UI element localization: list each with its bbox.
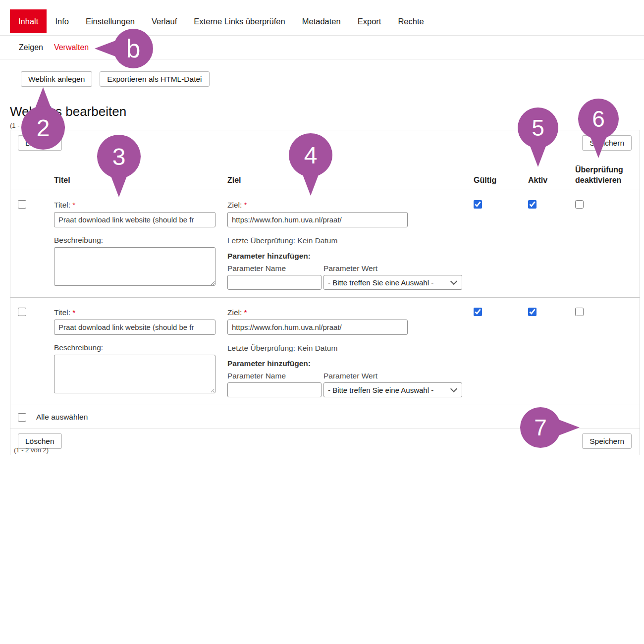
- parameter-name-label: Parameter Name: [227, 371, 322, 380]
- tab-info[interactable]: Info: [47, 9, 77, 33]
- parameter-name-input[interactable]: [227, 382, 322, 397]
- annotation-pin-2: 2: [21, 106, 65, 150]
- aktiv-cell: [528, 308, 575, 318]
- beschreibung-textarea[interactable]: [54, 355, 215, 393]
- table-row: Titel: * Beschreibung: Ziel: * Letzte Üb…: [10, 190, 640, 298]
- col-header-ueberpruefung-deaktivieren: Überprüfung deaktivieren: [575, 164, 640, 185]
- annotation-pin-circle: 5: [518, 107, 558, 148]
- subtab-verwalten[interactable]: Verwalten: [54, 43, 89, 52]
- gueltig-cell: [474, 200, 528, 211]
- annotation-pin-circle: 2: [21, 106, 65, 150]
- parameter-wert-select-wrap: - Bitte treffen Sie eine Auswahl -: [323, 382, 462, 397]
- ziel-label: Ziel:: [227, 308, 242, 317]
- select-all-checkbox[interactable]: [18, 413, 26, 422]
- annotation-pin-circle: 3: [97, 135, 141, 178]
- required-mark: *: [72, 308, 75, 317]
- save-button-bottom[interactable]: Speichern: [582, 433, 632, 449]
- annotation-pin-5: 5: [518, 107, 558, 148]
- tab-inhalt[interactable]: Inhalt: [10, 9, 47, 33]
- aktiv-checkbox[interactable]: [528, 200, 537, 209]
- annotation-pin-7: 7: [520, 407, 561, 448]
- annotation-pin-label: 6: [592, 106, 605, 132]
- required-mark: *: [72, 201, 75, 209]
- ziel-cell: Ziel: * Letzte Überprüfung: Kein Datum P…: [227, 308, 474, 397]
- annotation-pin-circle: 6: [578, 99, 619, 139]
- ziel-cell: Ziel: * Letzte Überprüfung: Kein Datum P…: [227, 200, 474, 290]
- aktiv-cell: [528, 200, 575, 211]
- parameter-add-label: Parameter hinzufügen:: [227, 252, 474, 261]
- table-row: Titel: * Beschreibung: Ziel: * Letzte Üb…: [10, 298, 640, 405]
- annotation-pin-circle: 7: [520, 407, 561, 448]
- parameter-name-label: Parameter Name: [227, 264, 322, 273]
- ziel-input[interactable]: [227, 320, 408, 335]
- col-header-ziel: Ziel: [227, 175, 474, 185]
- top-tab-bar: Inhalt Info Einstellungen Verlauf Extern…: [0, 9, 644, 33]
- select-all-label: Alle auswählen: [36, 413, 88, 422]
- parameter-wert-label: Parameter Wert: [323, 264, 462, 273]
- ueberpruefung-deaktivieren-checkbox[interactable]: [575, 308, 584, 316]
- titel-cell: Titel: * Beschreibung:: [54, 308, 227, 395]
- titel-cell: Titel: * Beschreibung:: [54, 200, 227, 288]
- gueltig-checkbox[interactable]: [474, 200, 482, 209]
- aktiv-checkbox[interactable]: [528, 308, 537, 316]
- ueberpruefung-deaktivieren-cell: [575, 308, 640, 318]
- parameter-wert-select-wrap: - Bitte treffen Sie eine Auswahl -: [323, 275, 462, 290]
- annotation-pin-label: 3: [112, 143, 126, 170]
- annotation-pin-6: 6: [578, 99, 619, 139]
- export-html-button[interactable]: Exportieren als HTML-Datei: [100, 71, 209, 87]
- required-mark: *: [244, 308, 247, 317]
- row-select-cell: [18, 200, 54, 211]
- annotation-pin-label: b: [126, 34, 141, 63]
- annotation-pin-4: 4: [289, 133, 332, 177]
- col-header-aktiv: Aktiv: [528, 175, 575, 185]
- parameter-row: Parameter Name Parameter Wert - Bitte tr…: [227, 264, 474, 290]
- annotation-pin-label: 5: [532, 114, 544, 141]
- row-select-checkbox[interactable]: [18, 200, 26, 209]
- gueltig-checkbox[interactable]: [474, 308, 482, 316]
- required-mark: *: [244, 201, 247, 209]
- beschreibung-textarea[interactable]: [54, 247, 215, 286]
- parameter-wert-label: Parameter Wert: [323, 371, 462, 380]
- col-header-titel: Titel: [54, 175, 227, 185]
- annotation-pin-b: b: [113, 29, 153, 68]
- last-check-text: Letzte Überprüfung: Kein Datum: [227, 236, 474, 245]
- annotation-pin-circle: b: [113, 29, 153, 68]
- row-select-checkbox[interactable]: [18, 308, 26, 316]
- add-weblink-button[interactable]: Weblink anlegen: [21, 71, 92, 87]
- subtab-zeigen[interactable]: Zeigen: [19, 43, 43, 52]
- annotation-pin-3: 3: [97, 135, 141, 178]
- tab-export[interactable]: Export: [349, 9, 390, 33]
- parameter-add-label: Parameter hinzufügen:: [227, 359, 474, 368]
- tab-metadaten[interactable]: Metadaten: [294, 9, 349, 33]
- last-check-text: Letzte Überprüfung: Kein Datum: [227, 343, 474, 353]
- titel-label: Titel:: [54, 201, 70, 209]
- col-header-gueltig: Gültig: [474, 175, 528, 185]
- ziel-label: Ziel:: [227, 201, 242, 209]
- parameter-row: Parameter Name Parameter Wert - Bitte tr…: [227, 371, 474, 397]
- titel-label: Titel:: [54, 308, 70, 317]
- annotation-pin-label: 7: [534, 414, 547, 441]
- ueberpruefung-deaktivieren-cell: [575, 200, 640, 211]
- toolbar: Weblink anlegen Exportieren als HTML-Dat…: [21, 71, 210, 87]
- parameter-name-input[interactable]: [227, 275, 322, 290]
- gueltig-cell: [474, 308, 528, 318]
- tab-rechte[interactable]: Rechte: [389, 9, 432, 33]
- ueberpruefung-deaktivieren-checkbox[interactable]: [575, 200, 584, 209]
- weblinks-table-panel: Löschen Speichern Titel Ziel Gültig Akti…: [10, 130, 640, 455]
- parameter-wert-select[interactable]: - Bitte treffen Sie eine Auswahl -: [323, 382, 462, 397]
- parameter-wert-select[interactable]: - Bitte treffen Sie eine Auswahl -: [323, 275, 462, 290]
- annotation-pin-label: 4: [304, 142, 318, 169]
- annotation-pin-circle: 4: [289, 133, 332, 177]
- row-select-cell: [18, 308, 54, 318]
- beschreibung-label: Beschreibung:: [54, 235, 227, 245]
- annotation-pin-label: 2: [37, 114, 50, 142]
- ziel-input[interactable]: [227, 212, 408, 227]
- titel-input[interactable]: [54, 320, 215, 335]
- beschreibung-label: Beschreibung:: [54, 343, 227, 352]
- titel-input[interactable]: [54, 212, 215, 227]
- tab-externe-links-ueberpruefen[interactable]: Externe Links überprüfen: [185, 9, 293, 33]
- result-range-bottom: (1 - 2 von 2): [14, 446, 49, 454]
